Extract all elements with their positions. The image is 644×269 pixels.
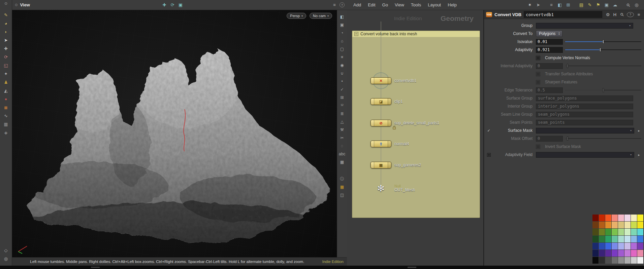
palette-swatch[interactable] bbox=[599, 229, 605, 235]
palette-swatch[interactable] bbox=[612, 257, 618, 264]
palette-swatch[interactable] bbox=[599, 215, 605, 221]
node-normal4[interactable]: ⇧normal4 bbox=[371, 141, 409, 147]
scale-tool-icon[interactable]: ◱ bbox=[2, 61, 10, 70]
param-slider[interactable] bbox=[565, 87, 641, 93]
palette-swatch[interactable] bbox=[592, 222, 599, 228]
param-text-field[interactable]: seam_polygons bbox=[536, 112, 633, 117]
frame-geo-icon[interactable]: ▢ bbox=[338, 45, 347, 53]
node-right-flag[interactable] bbox=[388, 120, 391, 126]
param-dropdown-field[interactable]: ▾ bbox=[536, 152, 634, 158]
palette-swatch[interactable] bbox=[605, 236, 611, 242]
node-sop-gameres2[interactable]: ▦sop_gameres2 bbox=[371, 162, 421, 168]
param-value-field[interactable]: 0 bbox=[536, 136, 563, 142]
sticky-note-icon[interactable]: ▤ bbox=[577, 1, 585, 9]
palette-swatch[interactable] bbox=[637, 229, 643, 235]
palette-swatch[interactable] bbox=[605, 229, 611, 235]
search-icon[interactable]: ⚲ bbox=[623, 0, 634, 10]
slider-handle[interactable] bbox=[567, 64, 568, 68]
expand-arrow-icon[interactable]: ▸ bbox=[637, 129, 641, 132]
box-tool-icon[interactable]: ◼ bbox=[2, 103, 10, 112]
palette-swatch[interactable] bbox=[631, 236, 637, 242]
list-icon[interactable]: ≡ bbox=[547, 1, 555, 9]
param-text-field[interactable]: surface_polygons bbox=[536, 95, 633, 101]
palette-swatch[interactable] bbox=[624, 236, 631, 242]
palette-swatch[interactable] bbox=[599, 236, 605, 242]
pane-quad-icon[interactable]: ⊞ bbox=[564, 1, 572, 9]
palette-swatch[interactable] bbox=[637, 222, 643, 228]
palette-swatch[interactable] bbox=[592, 243, 599, 249]
help-icon[interactable]: ? bbox=[340, 2, 345, 7]
pane-menu-icon[interactable]: ≡ bbox=[636, 11, 642, 18]
node-out-mesh[interactable]: ✻NullOUT_Mesh bbox=[371, 185, 415, 192]
palette-swatch[interactable] bbox=[605, 215, 611, 221]
node-name-input[interactable] bbox=[524, 11, 602, 18]
flag-icon[interactable]: ⚑ bbox=[594, 1, 602, 9]
node-left-flag[interactable] bbox=[371, 162, 374, 168]
palette-swatch[interactable] bbox=[618, 215, 624, 221]
param-dropdown-field[interactable]: ▾ bbox=[536, 23, 633, 29]
pin-tool-icon[interactable]: ◈ bbox=[2, 128, 10, 137]
cone-icon[interactable]: △ bbox=[338, 118, 347, 126]
pen-icon[interactable]: ✎ bbox=[586, 1, 594, 9]
select-tool-icon[interactable]: ➤ bbox=[2, 36, 10, 44]
grid-tool-icon[interactable]: ▦ bbox=[2, 120, 10, 128]
palette-swatch[interactable] bbox=[612, 243, 618, 249]
palette-swatch[interactable] bbox=[624, 243, 631, 249]
taskbar-item[interactable] bbox=[91, 267, 100, 268]
node-right-flag[interactable] bbox=[388, 162, 391, 168]
palette-swatch[interactable] bbox=[592, 236, 599, 242]
palette-swatch[interactable] bbox=[618, 257, 624, 264]
cloud-icon[interactable]: ☁ bbox=[611, 1, 619, 9]
resolution-icon[interactable]: ¹² bbox=[338, 102, 347, 110]
magnet-snap-icon[interactable]: ∪ bbox=[338, 69, 347, 77]
palette-swatch[interactable] bbox=[624, 215, 631, 221]
lighting-icon[interactable]: ☀ bbox=[338, 53, 347, 61]
viewport-canvas[interactable]: Persp ▾ No cam ▾ bbox=[12, 10, 337, 258]
camera-lock-icon[interactable]: ◉ bbox=[338, 61, 347, 69]
palette-swatch[interactable] bbox=[605, 222, 611, 228]
param-value-field[interactable]: 0.01 bbox=[536, 39, 563, 45]
param-checkbox[interactable] bbox=[536, 145, 540, 149]
multi-snap-icon[interactable]: ✓ bbox=[338, 85, 347, 93]
null-node-shape[interactable]: ✻ bbox=[371, 185, 391, 192]
node-left-flag[interactable] bbox=[371, 99, 374, 105]
param-slider[interactable] bbox=[565, 47, 641, 52]
menu-add[interactable]: Add bbox=[350, 1, 364, 8]
palette-swatch[interactable] bbox=[631, 215, 637, 221]
node-body[interactable]: ⇧ bbox=[371, 141, 391, 147]
palette-swatch[interactable] bbox=[618, 236, 624, 242]
pane-pin-icon[interactable]: ⊙ bbox=[15, 3, 18, 7]
param-checkbox[interactable] bbox=[536, 72, 540, 76]
node-body[interactable]: ◪ bbox=[371, 98, 391, 105]
expand-arrow-icon[interactable]: ▸ bbox=[637, 153, 641, 157]
menu-go[interactable]: Go bbox=[379, 1, 391, 8]
menu-tools[interactable]: Tools bbox=[408, 1, 424, 8]
pane-left-icon[interactable]: ◧ bbox=[556, 1, 564, 9]
deform-tool-icon[interactable]: ◗ bbox=[2, 28, 10, 36]
rotate-tool-icon[interactable]: ⟳ bbox=[2, 53, 10, 61]
menu-view[interactable]: View bbox=[392, 1, 407, 8]
dropdown-arrow-icon[interactable]: ▾ bbox=[630, 153, 633, 156]
node-body[interactable]: ▦ bbox=[371, 162, 391, 168]
palette-swatch[interactable] bbox=[605, 257, 611, 264]
param-text-field[interactable]: interior_polygons bbox=[536, 104, 633, 109]
gear-icon[interactable]: ⚙ bbox=[605, 11, 611, 18]
home-view-icon[interactable]: ⌂ bbox=[338, 37, 347, 45]
info-icon[interactable]: ⓘ bbox=[338, 175, 347, 183]
dropdown-arrow-icon[interactable]: ▾ bbox=[629, 24, 632, 27]
grid-display-icon[interactable]: ▦ bbox=[338, 183, 347, 191]
param-text-field[interactable]: seam_points bbox=[536, 120, 633, 125]
construction-tool-icon[interactable]: ⚒ bbox=[338, 126, 347, 134]
rig-tool-icon[interactable]: ♟ bbox=[2, 78, 10, 86]
palette-swatch[interactable] bbox=[637, 243, 643, 249]
slider-handle[interactable] bbox=[603, 88, 604, 92]
param-slider[interactable] bbox=[565, 63, 641, 69]
palette-swatch[interactable] bbox=[618, 250, 624, 257]
palette-swatch[interactable] bbox=[592, 257, 599, 264]
menu-layout[interactable]: Layout bbox=[425, 1, 444, 8]
palette-swatch[interactable] bbox=[624, 229, 631, 235]
palette-swatch[interactable] bbox=[624, 250, 631, 257]
magic-wand-icon[interactable]: ✶ bbox=[526, 1, 534, 9]
slider-handle[interactable] bbox=[567, 137, 568, 141]
palette-swatch[interactable] bbox=[618, 243, 624, 249]
